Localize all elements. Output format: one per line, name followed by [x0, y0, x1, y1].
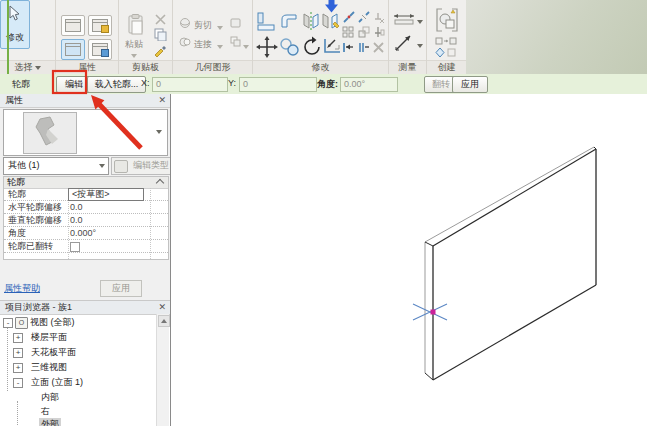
properties-footer: 属性帮助 应用 — [0, 279, 170, 297]
property-value: 0.000° — [70, 227, 96, 239]
offset-icon[interactable] — [279, 10, 301, 32]
property-row-horizontal-offset[interactable]: 水平轮廓偏移 0.0 — [4, 201, 168, 214]
dimension-dropdown[interactable] — [417, 16, 423, 26]
project-browser-close-icon[interactable]: ✕ — [158, 301, 166, 314]
properties-title-bar: 属性 ✕ — [0, 94, 170, 108]
mirror-pick-axis-icon[interactable] — [301, 10, 321, 32]
browser-scrollbar[interactable] — [156, 314, 169, 426]
aligned-dimension-icon[interactable] — [392, 12, 416, 26]
type-selector-dropdown-icon[interactable] — [156, 130, 162, 134]
properties-help-link[interactable]: 属性帮助 — [4, 282, 40, 295]
cut-geometry-icon[interactable] — [179, 17, 191, 29]
tree-guide-line — [7, 325, 8, 391]
scroll-up-icon[interactable] — [158, 315, 170, 327]
collapse-chevron-icon[interactable] — [156, 179, 164, 187]
move-icon[interactable] — [256, 36, 278, 58]
angle-input[interactable]: 0.00° — [340, 77, 398, 92]
ribbon-panel-geometry: 剪切 连接 几何图形 — [173, 0, 253, 74]
create-parts-icon[interactable] — [435, 47, 457, 58]
filter-combo[interactable]: 其他 (1) — [3, 157, 109, 175]
expander-icon[interactable]: + — [13, 333, 23, 343]
property-row-profile[interactable]: 轮廓 <按草图> — [4, 188, 168, 201]
properties-apply-button[interactable]: 应用 — [100, 280, 142, 297]
mirror-draw-axis-icon[interactable] — [321, 10, 341, 32]
geometry-more-dropdown[interactable] — [243, 41, 249, 51]
filter-combo-value: 其他 (1) — [8, 160, 40, 170]
paste-icon[interactable] — [127, 14, 145, 36]
cut-to-clipboard-icon[interactable] — [155, 14, 166, 25]
scale-icon[interactable] — [357, 26, 370, 39]
split-element-icon[interactable] — [342, 11, 355, 24]
ribbon-panel-create: 创建 — [427, 0, 467, 74]
origin-marker — [413, 304, 447, 320]
section-header-label: 轮廓 — [7, 177, 25, 187]
type-selector[interactable] — [3, 109, 168, 156]
copy-icon[interactable] — [154, 28, 167, 41]
family-category-icon[interactable] — [88, 39, 112, 60]
array-icon[interactable] — [342, 26, 355, 39]
join-geometry-icon[interactable] — [179, 36, 191, 48]
match-type-icon[interactable] — [154, 45, 167, 58]
wall-top-right-connector — [594, 147, 596, 149]
profile-flipped-checkbox[interactable] — [70, 242, 80, 252]
property-label: 垂直轮廓偏移 — [8, 214, 62, 226]
apply-profile-button[interactable]: 应用 — [452, 76, 488, 93]
y-label: Y: — [228, 78, 236, 88]
panel-label-create[interactable]: 创建 — [427, 60, 466, 74]
trim-extend-icon[interactable] — [321, 36, 343, 58]
unpin-icon[interactable] — [372, 11, 385, 24]
create-similar-icon[interactable] — [435, 36, 457, 46]
panel-label-geometry[interactable]: 几何图形 — [173, 60, 252, 74]
property-value: 0.0 — [70, 201, 83, 213]
join-button-label[interactable]: 连接 — [194, 38, 212, 51]
load-profile-button[interactable]: 载入轮廓... — [87, 76, 146, 93]
property-label: 轮廓 — [8, 188, 26, 200]
profile-value-combo[interactable]: <按草图> — [68, 188, 144, 201]
property-row-profile-flipped[interactable]: 轮廓已翻转 — [4, 240, 168, 253]
cut-alt-icon[interactable] — [229, 16, 242, 29]
wall-back-top-edge — [425, 147, 594, 242]
family-preview-blob — [24, 113, 76, 153]
align-end-icon[interactable] — [342, 41, 355, 54]
tree-node-label: 视图 (全部) — [28, 316, 77, 329]
split-with-gap-icon[interactable] — [357, 11, 370, 24]
modify-tool-button[interactable]: 修改 — [0, 0, 30, 49]
panel-label-clipboard[interactable]: 剪贴板 — [119, 60, 172, 74]
panel-label-properties[interactable]: 属性 — [56, 60, 118, 74]
align-mid-icon[interactable] — [357, 41, 370, 54]
property-row-vertical-offset[interactable]: 垂直轮廓偏移 0.0 — [4, 214, 168, 227]
properties-palette-icon[interactable] — [61, 15, 85, 36]
join-dropdown[interactable] — [217, 41, 223, 51]
cut-button-label[interactable]: 剪切 — [194, 19, 212, 32]
edit-type-button[interactable]: 编辑类型 — [111, 157, 173, 175]
panel-label-modify[interactable]: 修改 — [253, 60, 388, 74]
rotate-icon[interactable] — [301, 36, 323, 58]
revit-family-editor-window: 修改 选择 属性 粘贴 — [0, 0, 647, 426]
expander-icon[interactable]: - — [3, 318, 13, 328]
paste-dropdown[interactable] — [131, 50, 137, 60]
expander-icon[interactable]: - — [13, 378, 23, 388]
create-group-icon[interactable] — [434, 7, 460, 33]
x-input[interactable]: 0 — [152, 77, 228, 92]
panel-label-measure[interactable]: 测量 — [389, 60, 426, 74]
measure-dropdown[interactable] — [417, 40, 423, 50]
expander-icon[interactable]: + — [13, 363, 23, 373]
ribbon-panel-properties: 属性 — [56, 0, 119, 74]
ribbon-empty-area — [466, 0, 647, 74]
property-row-angle[interactable]: 角度 0.000° — [4, 227, 168, 240]
measure-icon[interactable] — [393, 33, 413, 53]
drawing-canvas[interactable] — [170, 94, 647, 426]
cut-dropdown[interactable] — [217, 22, 223, 32]
family-types-icon[interactable] — [88, 15, 112, 36]
copy-elements-icon[interactable] — [279, 37, 301, 57]
filter-combo-dropdown-icon — [99, 164, 105, 168]
y-input[interactable]: 0 — [239, 77, 317, 92]
align-icon[interactable] — [256, 10, 278, 32]
properties-toggle-icon[interactable] — [61, 39, 85, 60]
property-label: 角度 — [8, 227, 26, 239]
pin-icon[interactable] — [372, 26, 385, 39]
delete-icon[interactable] — [372, 41, 385, 54]
join-alt-icon[interactable] — [229, 35, 242, 48]
expander-icon[interactable]: + — [13, 348, 23, 358]
properties-close-icon[interactable]: ✕ — [158, 94, 166, 107]
